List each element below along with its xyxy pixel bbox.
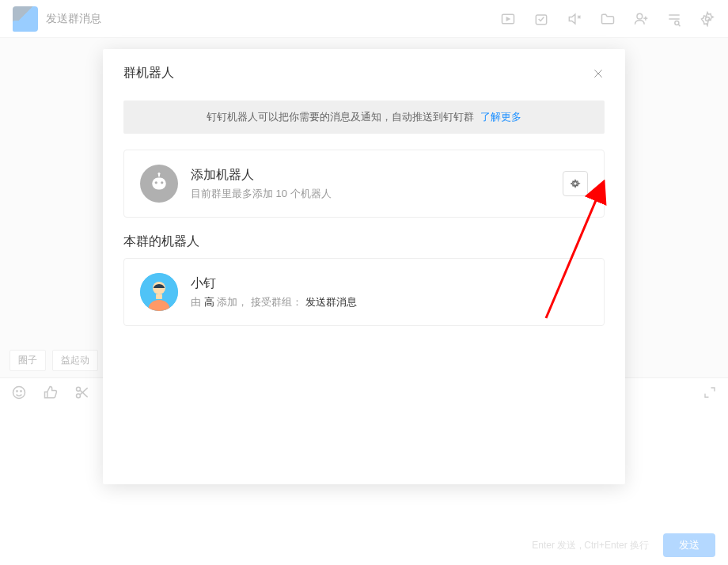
svg-point-23: [158, 173, 161, 175]
add-robot-left: 添加机器人 目前群里最多添加 10 个机器人: [140, 165, 332, 203]
section-title: 本群的机器人: [103, 218, 625, 258]
modal: 群机器人 钉钉机器人可以把你需要的消息及通知，自动推送到钉钉群 了解更多 添加机…: [103, 49, 625, 484]
by-label: 由: [191, 296, 201, 308]
add-robot-card: 添加机器人 目前群里最多添加 10 个机器人: [123, 150, 605, 218]
svg-point-27: [574, 182, 578, 186]
svg-point-25: [155, 181, 157, 184]
notice-text: 钉钉机器人可以把你需要的消息及通知，自动推送到钉钉群: [207, 111, 474, 123]
modal-overlay[interactable]: 群机器人 钉钉机器人可以把你需要的消息及通知，自动推送到钉钉群 了解更多 添加机…: [0, 0, 728, 565]
avatar: [140, 273, 178, 311]
group-name: 发送群消息: [305, 296, 357, 308]
svg-point-26: [161, 181, 163, 184]
accept-label: 接受群组：: [251, 296, 302, 308]
gear-button[interactable]: [563, 171, 588, 196]
robot-icon: [140, 165, 178, 203]
add-text: 添加，: [217, 296, 248, 308]
robot-item[interactable]: 小钉 由 高 添加， 接受群组： 发送群消息: [123, 258, 605, 326]
add-robot-subtitle: 目前群里最多添加 10 个机器人: [191, 187, 332, 201]
robot-meta: 由 高 添加， 接受群组： 发送群消息: [191, 295, 357, 309]
svg-rect-24: [152, 178, 166, 190]
close-icon[interactable]: [592, 67, 605, 80]
modal-header: 群机器人: [103, 49, 625, 93]
add-robot-title: 添加机器人: [191, 167, 332, 184]
notice-link[interactable]: 了解更多: [480, 111, 521, 123]
notice-bar: 钉钉机器人可以把你需要的消息及通知，自动推送到钉钉群 了解更多: [123, 100, 605, 134]
svg-rect-30: [156, 294, 162, 299]
added-by: 高: [204, 296, 214, 308]
robot-name: 小钉: [191, 275, 357, 292]
modal-title: 群机器人: [123, 65, 174, 82]
